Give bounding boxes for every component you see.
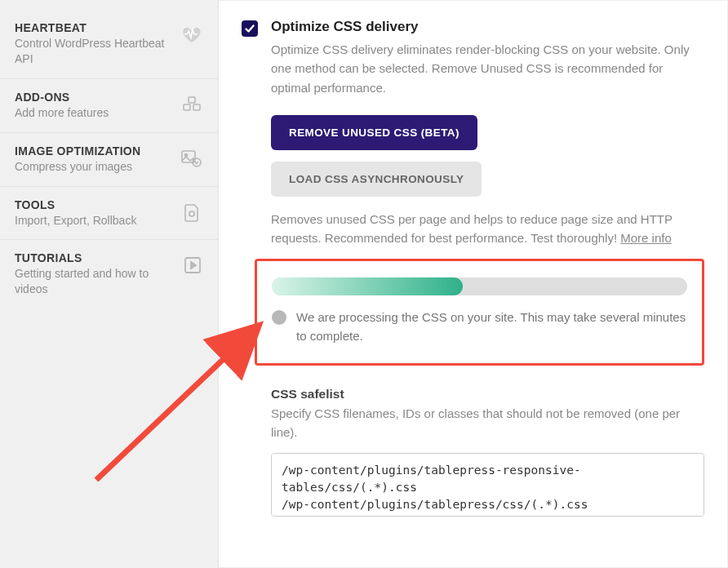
sidebar-item-tutorials[interactable]: TUTORIALS Getting started and how to vid…: [0, 240, 218, 308]
sidebar-item-desc: Getting started and how to videos: [15, 266, 177, 297]
optimize-css-row: Optimize CSS delivery Optimize CSS deliv…: [242, 1, 704, 97]
optimize-css-desc: Optimize CSS delivery eliminates render-…: [271, 40, 704, 97]
css-processing-progress: [272, 277, 687, 295]
css-method-buttons: REMOVE UNUSED CSS (BETA) LOAD CSS ASYNCH…: [271, 115, 704, 197]
progress-message-row: We are processing the CSS on your site. …: [272, 308, 687, 345]
sidebar-item-addons[interactable]: ADD-ONS Add more features: [0, 79, 218, 133]
progress-fill: [272, 277, 463, 295]
svg-rect-1: [184, 104, 190, 110]
spinner-icon: [272, 310, 286, 325]
safelist-textarea[interactable]: [271, 453, 704, 517]
more-info-link[interactable]: More info: [620, 231, 672, 245]
sidebar-item-title: TUTORIALS: [15, 251, 177, 264]
progress-highlight-box: We are processing the CSS on your site. …: [255, 259, 704, 366]
remove-css-help-text: Removes unused CSS per page and helps to…: [271, 210, 704, 248]
sidebar: HEARTBEAT Control WordPress Heartbeat AP…: [0, 0, 219, 568]
sidebar-item-image-optimization[interactable]: IMAGE OPTIMIZATION Compress your images: [0, 133, 218, 187]
sidebar-item-title: IMAGE OPTIMIZATION: [15, 144, 174, 158]
svg-point-6: [189, 211, 194, 216]
progress-message-text: We are processing the CSS on your site. …: [296, 308, 687, 345]
safelist-desc: Specify CSS filenames, IDs or classes th…: [271, 405, 704, 442]
safelist-title: CSS safelist: [271, 387, 704, 402]
sidebar-item-title: HEARTBEAT: [15, 21, 175, 34]
sidebar-item-desc: Control WordPress Heartbeat API: [15, 36, 175, 67]
play-icon: [184, 256, 202, 277]
load-css-async-button[interactable]: LOAD CSS ASYNCHRONOUSLY: [271, 162, 482, 197]
remove-unused-css-button[interactable]: REMOVE UNUSED CSS (BETA): [271, 115, 477, 150]
sidebar-item-tools[interactable]: TOOLS Import, Export, Rollback: [0, 187, 218, 241]
gear-file-icon: [184, 203, 202, 226]
sidebar-item-heartbeat[interactable]: HEARTBEAT Control WordPress Heartbeat AP…: [0, 10, 218, 79]
boxes-icon: [182, 95, 202, 117]
image-optimize-icon: [180, 149, 202, 171]
css-safelist-section: CSS safelist Specify CSS filenames, IDs …: [271, 387, 704, 520]
main-panel: Optimize CSS delivery Optimize CSS deliv…: [219, 0, 728, 568]
sidebar-item-desc: Import, Export, Rollback: [15, 213, 177, 229]
svg-rect-0: [189, 97, 195, 103]
sidebar-item-desc: Compress your images: [15, 159, 174, 175]
sidebar-item-title: ADD-ONS: [15, 91, 175, 104]
sidebar-item-desc: Add more features: [15, 105, 175, 121]
optimize-css-checkbox[interactable]: [242, 20, 258, 37]
svg-rect-2: [193, 104, 200, 110]
heartbeat-icon: [182, 26, 202, 47]
optimize-css-title: Optimize CSS delivery: [271, 19, 704, 35]
sidebar-item-title: TOOLS: [15, 198, 177, 211]
